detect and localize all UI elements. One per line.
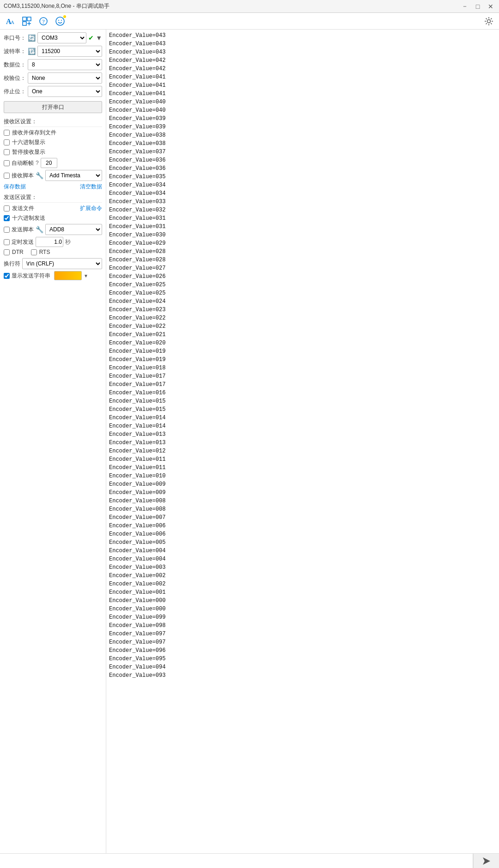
- auto-break-label: 自动断帧: [12, 159, 34, 167]
- hex-send-row: 十六进制发送: [4, 214, 102, 222]
- output-line: Encoder_Value=020: [109, 339, 496, 347]
- dtr-checkbox[interactable]: [4, 249, 10, 255]
- settings-icon[interactable]: [482, 15, 495, 28]
- port-refresh-icon[interactable]: 🔄: [28, 34, 36, 42]
- layout-icon[interactable]: [20, 15, 33, 28]
- output-line: Encoder_Value=017: [109, 372, 496, 380]
- font-icon[interactable]: A A: [4, 15, 17, 28]
- output-line: Encoder_Value=011: [109, 464, 496, 472]
- main-container: 串口号： 🔄 COM3COM1COM2COM4 ✔ ▼ 波特率： 🔃 11520…: [0, 30, 499, 853]
- send-script-checkbox[interactable]: [4, 227, 10, 233]
- output-line: Encoder_Value=017: [109, 380, 496, 389]
- timed-send-row: 定时发送 秒: [4, 237, 102, 247]
- output-line: Encoder_Value=033: [109, 198, 496, 206]
- output-line: Encoder_Value=008: [109, 497, 496, 505]
- expand-cmd-link[interactable]: 扩展命令: [80, 205, 102, 212]
- data-bits-select[interactable]: 8567: [28, 59, 102, 70]
- output-line: Encoder_Value=097: [109, 638, 496, 646]
- port-dropdown-icon[interactable]: ▼: [96, 34, 102, 42]
- bottom-bar: [0, 853, 499, 868]
- output-line: Encoder_Value=031: [109, 223, 496, 231]
- receive-script-select[interactable]: Add TimestaNone: [45, 170, 102, 181]
- send-button[interactable]: [473, 854, 499, 868]
- pause-receive-checkbox[interactable]: [4, 149, 10, 155]
- port-row: 串口号： 🔄 COM3COM1COM2COM4 ✔ ▼: [4, 32, 102, 43]
- output-line: Encoder_Value=036: [109, 156, 496, 164]
- eol-select[interactable]: \r\n (CRLF)\n (LF)\r (CR)None: [22, 258, 102, 269]
- hex-display-checkbox[interactable]: [4, 139, 10, 145]
- output-line: Encoder_Value=014: [109, 414, 496, 422]
- output-line: Encoder_Value=011: [109, 455, 496, 464]
- svg-point-10: [58, 20, 59, 21]
- show-send-checkbox[interactable]: [4, 273, 10, 279]
- close-button[interactable]: ✕: [486, 2, 495, 11]
- data-bits-row: 数据位： 8567: [4, 59, 102, 70]
- left-panel: 串口号： 🔄 COM3COM1COM2COM4 ✔ ▼ 波特率： 🔃 11520…: [0, 30, 106, 853]
- send-file-checkbox[interactable]: [4, 205, 10, 211]
- auto-break-checkbox[interactable]: [4, 160, 10, 166]
- minimize-button[interactable]: －: [460, 2, 469, 11]
- clear-data-link[interactable]: 清空数据: [80, 183, 102, 191]
- hex-send-checkbox[interactable]: [4, 215, 10, 221]
- parity-select[interactable]: NoneOddEvenMarkSpace: [28, 72, 102, 84]
- baud-select[interactable]: 1152009600192003840057600: [37, 46, 102, 57]
- output-line: Encoder_Value=009: [109, 480, 496, 488]
- help-icon[interactable]: ?: [37, 15, 50, 28]
- svg-rect-4: [23, 22, 26, 25]
- output-line: Encoder_Value=099: [109, 613, 496, 621]
- output-line: Encoder_Value=043: [109, 31, 496, 40]
- save-to-file-checkbox[interactable]: [4, 130, 10, 136]
- output-line: Encoder_Value=013: [109, 439, 496, 447]
- output-line: Encoder_Value=041: [109, 90, 496, 98]
- timer-value-input[interactable]: [36, 237, 63, 247]
- color-preview[interactable]: [54, 271, 82, 280]
- auto-break-input[interactable]: [41, 158, 57, 168]
- send-file-label: 发送文件: [12, 205, 34, 212]
- send-script-icon[interactable]: 🔧: [36, 226, 43, 233]
- output-line: Encoder_Value=042: [109, 56, 496, 65]
- save-data-link[interactable]: 保存数据: [4, 183, 26, 191]
- stop-bits-select[interactable]: One1.5Two: [28, 86, 102, 97]
- emoji-icon[interactable]: [54, 15, 67, 28]
- output-line: Encoder_Value=028: [109, 256, 496, 264]
- timed-send-checkbox[interactable]: [4, 239, 10, 245]
- output-line: Encoder_Value=015: [109, 405, 496, 414]
- send-script-select[interactable]: ADD8CRC16None: [45, 224, 102, 235]
- eol-row: 换行符 \r\n (CRLF)\n (LF)\r (CR)None: [4, 258, 102, 269]
- port-select[interactable]: COM3COM1COM2COM4: [37, 32, 86, 43]
- svg-text:?: ?: [42, 18, 45, 25]
- hex-send-label: 十六进制发送: [12, 214, 45, 222]
- receive-script-icon[interactable]: 🔧: [36, 172, 43, 179]
- output-line: Encoder_Value=018: [109, 364, 496, 372]
- svg-text:A: A: [11, 19, 14, 25]
- output-line: Encoder_Value=008: [109, 505, 496, 513]
- output-line: Encoder_Value=005: [109, 538, 496, 547]
- output-line: Encoder_Value=096: [109, 646, 496, 655]
- send-input[interactable]: [0, 854, 473, 868]
- output-line: Encoder_Value=025: [109, 281, 496, 289]
- maximize-button[interactable]: □: [473, 2, 482, 11]
- svg-rect-3: [27, 17, 31, 21]
- svg-rect-2: [23, 17, 26, 21]
- output-line: Encoder_Value=019: [109, 347, 496, 356]
- output-line: Encoder_Value=023: [109, 306, 496, 314]
- output-line: Encoder_Value=098: [109, 621, 496, 630]
- color-dropdown-icon[interactable]: ▼: [84, 273, 88, 278]
- output-line: Encoder_Value=007: [109, 513, 496, 522]
- output-line: Encoder_Value=029: [109, 239, 496, 247]
- window-controls: － □ ✕: [460, 2, 495, 11]
- output-line: Encoder_Value=034: [109, 189, 496, 198]
- output-line: Encoder_Value=004: [109, 547, 496, 555]
- send-settings-title: 发送区设置：: [4, 193, 102, 203]
- output-line: Encoder_Value=006: [109, 522, 496, 530]
- open-port-button[interactable]: 打开串口: [4, 101, 102, 113]
- auto-break-help-icon[interactable]: ?: [36, 160, 39, 166]
- port-check-icon: ✔: [88, 34, 94, 42]
- rts-checkbox[interactable]: [31, 249, 37, 255]
- output-line: Encoder_Value=031: [109, 214, 496, 223]
- output-line: Encoder_Value=038: [109, 139, 496, 148]
- dtr-rts-row: DTR RTS: [4, 249, 102, 255]
- dtr-checkbox-row: DTR: [4, 249, 24, 255]
- save-to-file-row: 接收并保存到文件: [4, 129, 102, 137]
- receive-script-checkbox[interactable]: [4, 173, 10, 179]
